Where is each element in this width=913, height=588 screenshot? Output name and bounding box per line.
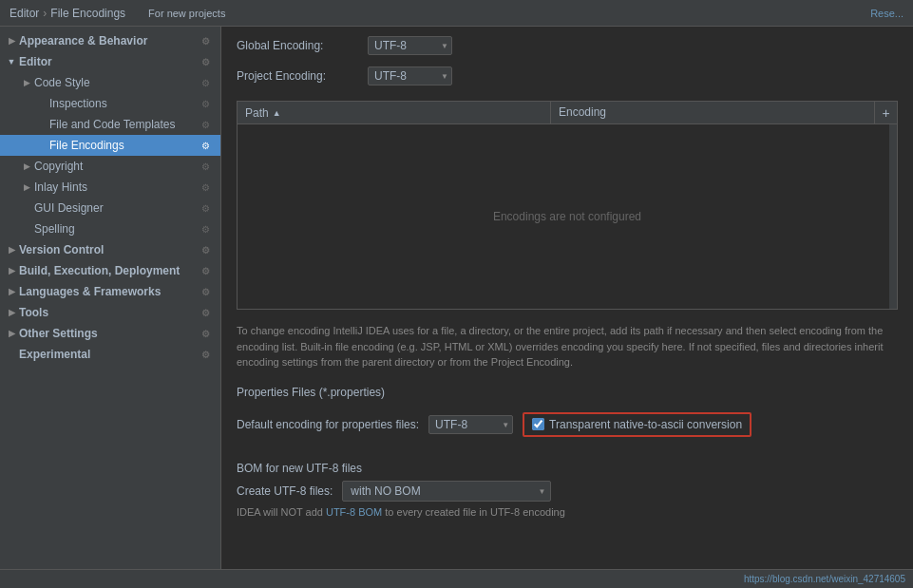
path-label: Path [245, 106, 269, 120]
sidebar-item-label: GUI Designer [34, 201, 198, 215]
settings-icon: ⚙ [198, 350, 213, 360]
sidebar-item-appearance[interactable]: ▶Appearance & Behavior⚙ [0, 30, 220, 51]
settings-icon: ⚙ [198, 182, 213, 193]
transparent-conversion-checkbox-wrapper[interactable]: Transparent native-to-ascii conversion [532, 418, 742, 431]
sidebar-item-gui-designer[interactable]: GUI Designer⚙ [0, 198, 220, 218]
properties-row: Default encoding for properties files: U… [237, 412, 898, 437]
create-utf8-label: Create UTF-8 files: [237, 484, 333, 498]
sidebar-item-other-settings[interactable]: ▶Other Settings⚙ [0, 323, 220, 344]
sidebar-item-tools[interactable]: ▶Tools⚙ [0, 302, 220, 323]
settings-icon: ⚙ [198, 224, 213, 235]
sidebar-item-spelling[interactable]: Spelling⚙ [0, 218, 220, 239]
sidebar-item-label: Editor [19, 55, 198, 68]
properties-encoding-select[interactable]: UTF-8 UTF-16 ISO-8859-1 [428, 415, 513, 434]
table-body-empty: Encodings are not configured [238, 124, 897, 309]
project-encoding-select[interactable]: UTF-8 UTF-16 ISO-8859-1 [368, 66, 452, 85]
bottom-bar: https://blog.csdn.net/weixin_42714605 [0, 569, 913, 588]
sidebar-item-label: Tools [19, 306, 198, 319]
settings-icon: ⚙ [198, 36, 213, 47]
sidebar-item-editor[interactable]: ▼Editor⚙ [0, 51, 220, 72]
settings-icon: ⚙ [198, 78, 213, 88]
arrow-icon [4, 347, 19, 362]
sidebar-item-file-encodings[interactable]: File Encodings⚙ [0, 135, 220, 156]
arrow-icon: ▶ [4, 305, 19, 320]
sidebar-item-label: Other Settings [19, 327, 198, 340]
sidebar-item-inspections[interactable]: Inspections⚙ [0, 93, 220, 114]
path-encoding-table: Path ▲ Encoding + Encodings are not conf… [237, 101, 898, 310]
project-encoding-row: Project Encoding: UTF-8 UTF-16 ISO-8859-… [237, 66, 898, 85]
arrow-icon: ▶ [4, 242, 19, 257]
top-bar: Editor › File Encodings For new projects… [0, 0, 913, 27]
sidebar-item-version-control[interactable]: ▶Version Control⚙ [0, 239, 220, 260]
sidebar-item-label: Code Style [34, 76, 198, 89]
arrow-icon: ▶ [4, 263, 19, 278]
sidebar-item-label: File and Code Templates [49, 118, 198, 131]
transparent-conversion-box: Transparent native-to-ascii conversion [523, 412, 751, 437]
bom-note: IDEA will NOT add UTF-8 BOM to every cre… [237, 506, 898, 518]
bom-note-suffix: to every created file in UTF-8 encoding [382, 506, 565, 518]
arrow-icon [34, 138, 49, 153]
bom-select[interactable]: with NO BOM with BOM with BOM if needed [342, 481, 551, 502]
bom-note-text: IDEA will NOT add [237, 506, 326, 518]
settings-icon: ⚙ [198, 329, 213, 339]
sidebar-item-label: Appearance & Behavior [19, 34, 198, 47]
breadcrumb-editor: Editor [10, 7, 39, 20]
bottom-bar-url: https://blog.csdn.net/weixin_42714605 [744, 574, 905, 584]
arrow-icon [34, 96, 49, 111]
col-path-header: Path ▲ [238, 102, 551, 123]
sidebar-item-languages-frameworks[interactable]: ▶Languages & Frameworks⚙ [0, 281, 220, 302]
properties-encoding-select-wrapper: UTF-8 UTF-16 ISO-8859-1 [428, 415, 513, 434]
sidebar-item-label: Inlay Hints [34, 180, 198, 194]
arrow-icon: ▶ [4, 33, 19, 48]
project-encoding-label: Project Encoding: [237, 69, 360, 83]
bom-row: Create UTF-8 files: with NO BOM with BOM… [237, 481, 898, 502]
empty-message: Encodings are not configured [493, 210, 641, 223]
arrow-icon: ▶ [4, 284, 19, 299]
settings-icon: ⚙ [198, 308, 213, 318]
sidebar-item-label: Version Control [19, 243, 198, 256]
sidebar-item-build-execution[interactable]: ▶Build, Execution, Deployment⚙ [0, 260, 220, 281]
global-encoding-row: Global Encoding: UTF-8 UTF-16 ISO-8859-1 [237, 36, 898, 55]
sidebar-item-experimental[interactable]: Experimental⚙ [0, 344, 220, 365]
settings-icon: ⚙ [198, 57, 213, 67]
transparent-conversion-label: Transparent native-to-ascii conversion [549, 418, 742, 431]
settings-content: Global Encoding: UTF-8 UTF-16 ISO-8859-1… [221, 27, 913, 569]
main-layout: ▶Appearance & Behavior⚙▼Editor⚙▶Code Sty… [0, 27, 913, 569]
settings-icon: ⚙ [198, 203, 213, 214]
settings-icon: ⚙ [198, 287, 213, 297]
description-text: To change encoding IntelliJ IDEA uses fo… [237, 323, 898, 370]
settings-icon: ⚙ [198, 141, 213, 151]
arrow-icon [19, 200, 34, 216]
transparent-conversion-checkbox[interactable] [532, 418, 544, 430]
sidebar-item-code-style[interactable]: ▶Code Style⚙ [0, 72, 220, 93]
for-new-projects-label: For new projects [148, 8, 225, 19]
arrow-icon: ▶ [19, 75, 34, 90]
reset-link[interactable]: Rese... [870, 8, 903, 19]
breadcrumb-separator: › [43, 7, 47, 20]
arrow-icon: ▶ [4, 326, 19, 341]
add-row-button[interactable]: + [874, 102, 897, 123]
global-encoding-select[interactable]: UTF-8 UTF-16 ISO-8859-1 [368, 36, 452, 55]
settings-icon: ⚙ [198, 161, 213, 172]
bom-section: BOM for new UTF-8 files Create UTF-8 fil… [237, 454, 898, 518]
arrow-icon: ▶ [19, 180, 34, 195]
global-encoding-select-wrapper: UTF-8 UTF-16 ISO-8859-1 [368, 36, 452, 55]
sidebar-item-label: Copyright [34, 160, 198, 173]
bom-section-title: BOM for new UTF-8 files [237, 462, 898, 475]
sidebar-item-label: Inspections [49, 97, 198, 110]
sidebar-item-file-and-code-templates[interactable]: File and Code Templates⚙ [0, 114, 220, 135]
bom-select-wrapper: with NO BOM with BOM with BOM if needed [342, 481, 551, 502]
sort-arrow-icon: ▲ [273, 108, 281, 118]
sidebar-item-copyright[interactable]: ▶Copyright⚙ [0, 156, 220, 177]
settings-icon: ⚙ [198, 99, 213, 109]
arrow-icon: ▶ [19, 159, 34, 174]
sidebar-item-inlay-hints[interactable]: ▶Inlay Hints⚙ [0, 177, 220, 198]
table-scrollbar[interactable] [889, 124, 897, 309]
col-encoding-header: Encoding [551, 102, 874, 123]
arrow-icon [34, 117, 49, 132]
breadcrumb: Editor › File Encodings For new projects [10, 7, 225, 20]
bom-note-link[interactable]: UTF-8 BOM [326, 506, 382, 518]
settings-icon: ⚙ [198, 266, 213, 276]
sidebar-item-label: File Encodings [49, 139, 198, 152]
properties-section-title: Properties Files (*.properties) [237, 386, 898, 399]
